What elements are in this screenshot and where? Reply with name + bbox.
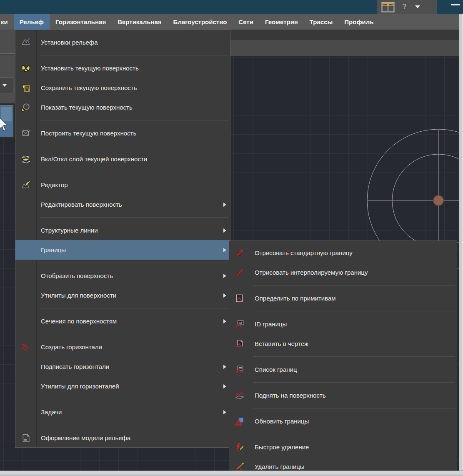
- menu-item-label: Отобразить поверхность: [36, 272, 113, 279]
- toggle-layer-icon: [15, 155, 36, 164]
- menu-separator: [15, 331, 230, 337]
- menu-separator: [15, 422, 230, 428]
- menu-item-label: Обновить границы: [250, 418, 309, 425]
- set-current-surface-icon: [15, 64, 36, 73]
- titlebar: ?: [0, 0, 463, 14]
- menu-item-label: Структурные линии: [36, 227, 98, 234]
- submenu-arrow-icon: [223, 365, 226, 369]
- menu-item-toggle-current-surface-layer[interactable]: Вкл/Откл слой текущей поверхности: [15, 149, 230, 169]
- submenu-arrow-icon: [223, 293, 226, 298]
- menu-separator: [15, 117, 230, 123]
- submenu-arrow-icon: [223, 203, 226, 207]
- menubar-item-horizontal[interactable]: Горизонтальная: [50, 14, 112, 30]
- menu-item-build-current-surface[interactable]: Построить текущую поверхность: [15, 123, 230, 143]
- tool-palette: [0, 103, 15, 139]
- minimize-icon[interactable]: [451, 4, 460, 5]
- draw-standard-boundary-icon: [229, 248, 250, 258]
- submenu-arrow-icon: [223, 228, 226, 233]
- delete-boundaries-icon: [229, 462, 250, 472]
- menubar-item-profile[interactable]: Профиль: [338, 14, 379, 30]
- menu-item-draw-interpolated-boundary[interactable]: Отрисовать интерполируемую границу: [229, 263, 457, 282]
- menu-item-label: Построить текущую поверхность: [36, 130, 136, 137]
- submenu-arrow-icon: [223, 410, 226, 414]
- menubar-item-networks[interactable]: Сети: [233, 14, 259, 30]
- submenu-arrow-icon: [223, 384, 226, 388]
- menu-separator: [229, 308, 457, 314]
- menu-item-show-current-surface[interactable]: Показать текущую поверхность: [15, 98, 230, 117]
- menu-item-label-contours[interactable]: Подписать горизонтали: [15, 357, 230, 376]
- menu-item-label: Отрисовать интерполируемую границу: [250, 269, 368, 276]
- menu-separator: [15, 143, 230, 149]
- menu-item-boundaries[interactable]: Границы: [15, 240, 230, 260]
- menu-item-label: Подписать горизонтали: [36, 363, 109, 370]
- build-current-surface-icon: [15, 129, 36, 138]
- menu-item-relief-settings[interactable]: Установки рельефа: [15, 33, 230, 52]
- menu-item-set-current-surface[interactable]: Установить текущую поверхность: [15, 58, 230, 78]
- menu-item-editor[interactable]: Редактор: [15, 175, 230, 195]
- menu-item-label: Редактор: [36, 181, 68, 188]
- menu-item-raise-to-surface[interactable]: Поднять на поверхность: [229, 386, 457, 405]
- submenu-arrow-icon: [223, 248, 226, 252]
- layer-combo-box[interactable]: [0, 78, 13, 93]
- menu-item-define-by-primitives[interactable]: Определить по примитивам: [229, 288, 457, 308]
- menubar-item-geometry[interactable]: Геометрия: [259, 14, 304, 30]
- update-boundaries-icon: [229, 417, 250, 426]
- menu-separator: [229, 379, 457, 386]
- cursor-arrow-icon: [0, 117, 8, 135]
- menu-item-label: Вкл/Откл слой текущей поверхности: [36, 155, 147, 163]
- menu-item-tasks[interactable]: Задачи: [15, 402, 230, 422]
- relief-dropdown-menu: Установки рельефаУстановить текущую пове…: [15, 30, 230, 448]
- menu-separator: [229, 405, 457, 411]
- menu-item-surface-sections[interactable]: Сечения по поверхностям: [15, 311, 230, 331]
- menubar-item-vertical[interactable]: Вертикальная: [112, 14, 167, 30]
- menu-item-draw-standard-boundary[interactable]: Отрисовать стандартную границу: [229, 243, 457, 263]
- menu-item-insert-into-drawing[interactable]: Вставить в чертеж: [229, 334, 457, 353]
- application-window: ? киРельефГоризонтальнаяВертикальнаяБлаг…: [0, 0, 463, 476]
- menubar-item-landscaping[interactable]: Благоустройство: [168, 14, 233, 30]
- menu-item-label: Задачи: [36, 408, 62, 416]
- menubar-item-relief[interactable]: Рельеф: [14, 14, 50, 30]
- menu-item-display-surface[interactable]: Отобразить поверхность: [15, 266, 230, 286]
- draw-interpolated-boundary-icon: [229, 268, 250, 277]
- menubar-item-routes[interactable]: Трассы: [304, 14, 339, 30]
- menu-item-surface-utilities[interactable]: Утилиты для поверхности: [15, 286, 230, 305]
- menu-item-label: Установить текущую поверхность: [36, 65, 139, 72]
- menu-separator: [229, 282, 457, 288]
- menu-item-update-boundaries[interactable]: Обновить границы: [229, 411, 457, 431]
- save-current-surface-icon: [15, 83, 36, 93]
- menu-item-label: Сохранить текущую поверхность: [36, 84, 137, 91]
- menu-item-label: Утилиты для горизонталей: [36, 383, 119, 390]
- menu-item-relief-model-decoration[interactable]: Оформление модели рельефа: [15, 428, 230, 448]
- menu-item-label: ID границы: [250, 321, 287, 328]
- toolbar-divider: [0, 53, 15, 55]
- bottom-window-edge: [0, 471, 463, 476]
- submenu-arrow-icon: [223, 319, 226, 323]
- menu-item-edit-surface[interactable]: Редактировать поверхность: [15, 195, 230, 214]
- menu-separator: [15, 214, 230, 220]
- menu-item-boundary-id[interactable]: IDID границы: [229, 314, 457, 334]
- menu-item-boundary-list[interactable]: Список границ: [229, 360, 457, 379]
- boundary-list-icon: [229, 365, 250, 374]
- menubar: киРельефГоризонтальнаяВертикальнаяБлагоу…: [0, 14, 463, 30]
- menu-separator: [229, 431, 457, 437]
- menu-separator: [15, 169, 230, 175]
- boundary-id-icon: ID: [229, 320, 250, 329]
- select-tool-button[interactable]: [0, 105, 13, 137]
- menu-item-quick-delete[interactable]: Быстрое удаление: [229, 437, 457, 457]
- help-button[interactable]: ?: [402, 0, 407, 14]
- menu-separator: [15, 396, 230, 402]
- menu-item-create-contours[interactable]: Создать горизонтали: [15, 337, 230, 357]
- menu-item-structure-lines[interactable]: Структурные линии: [15, 220, 230, 240]
- menu-item-contour-utilities[interactable]: Утилиты для горизонталей: [15, 376, 230, 396]
- menu-separator: [15, 260, 230, 266]
- window-icon[interactable]: [381, 2, 395, 13]
- menu-item-save-current-surface[interactable]: Сохранить текущую поверхность: [15, 78, 230, 98]
- menu-item-label: Список границ: [250, 366, 297, 373]
- menu-item-label: Определить по примитивам: [250, 295, 336, 302]
- boundaries-submenu: Отрисовать стандартную границуОтрисовать…: [229, 241, 457, 476]
- menubar-item-partial-menu[interactable]: ки: [0, 14, 14, 30]
- infocenter-panel: ?: [377, 0, 437, 14]
- show-current-surface-icon: [15, 103, 36, 112]
- chevron-down-icon[interactable]: [415, 5, 420, 8]
- submenu-arrow-icon: [223, 274, 226, 278]
